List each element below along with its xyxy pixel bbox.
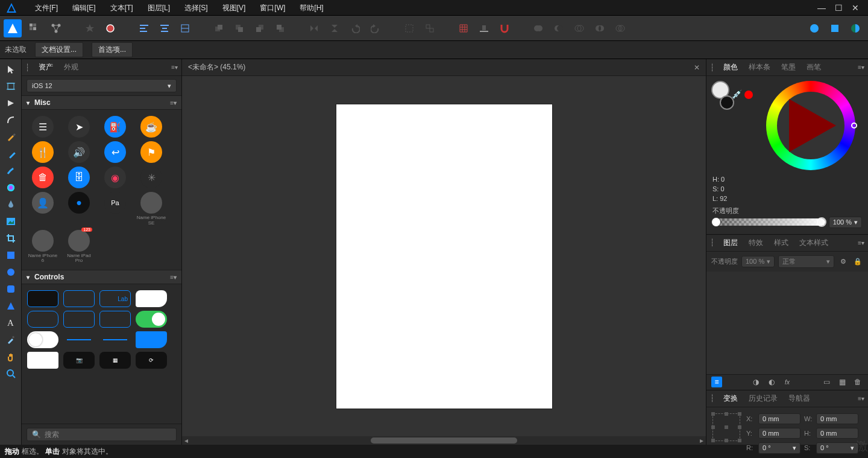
asset-device-iphone-6[interactable]: Name iPhone 6: [27, 230, 59, 264]
asset-coffee-icon[interactable]: ☕: [135, 116, 168, 138]
control-divider-1[interactable]: [63, 331, 95, 348]
zoom-tool-icon[interactable]: [2, 366, 20, 381]
arrange-front-icon[interactable]: [210, 19, 228, 37]
mask-icon[interactable]: ◑: [750, 377, 761, 387]
blend-mode-select[interactable]: 正常▾: [778, 255, 834, 268]
asset-search-input[interactable]: 🔍 搜索: [27, 428, 177, 441]
arrange-forward-icon[interactable]: [230, 19, 248, 37]
r-input[interactable]: 0 °▾: [758, 442, 800, 454]
control-round-1[interactable]: [27, 311, 59, 328]
node-tool-icon[interactable]: [2, 95, 20, 111]
snap-magnet-icon[interactable]: [495, 19, 514, 37]
add-layer-icon[interactable]: ▭: [821, 377, 832, 387]
snap-grid-icon[interactable]: [454, 19, 473, 37]
category-menu-icon[interactable]: ≡▾: [170, 274, 177, 281]
scroll-right-icon[interactable]: ▸: [697, 436, 706, 445]
add-pixel-layer-icon[interactable]: ▦: [837, 377, 848, 387]
view-mode-2-icon[interactable]: [826, 19, 844, 37]
rotate-cw-icon[interactable]: [366, 19, 385, 37]
colour-wheel[interactable]: [766, 81, 855, 170]
layers-list[interactable]: [706, 272, 868, 374]
group-icon[interactable]: [400, 19, 418, 37]
flip-v-icon[interactable]: [326, 19, 344, 37]
w-input[interactable]: 0 mm: [816, 413, 858, 424]
menu-view[interactable]: 视图[V]: [215, 0, 253, 16]
panel-menu-icon[interactable]: ≡▾: [171, 64, 178, 71]
control-round-3[interactable]: [99, 311, 131, 328]
control-blue-tag[interactable]: [135, 331, 168, 348]
eyedropper-tool-icon[interactable]: [2, 332, 20, 348]
hand-tool-icon[interactable]: [2, 349, 20, 364]
tab-effects[interactable]: 特效: [746, 235, 766, 250]
tab-history[interactable]: 历史记录: [746, 391, 780, 406]
document-tab[interactable]: <未命名> (45.1%) ✕: [182, 59, 706, 76]
asset-fingerprint-icon[interactable]: ◉: [99, 167, 131, 188]
y-input[interactable]: 0 mm: [758, 428, 800, 439]
panel-grip-icon[interactable]: ┆: [710, 63, 712, 72]
viewport[interactable]: [182, 76, 706, 436]
panel-menu-icon[interactable]: ≡▾: [858, 240, 864, 246]
crop-tool-icon[interactable]: [2, 231, 20, 246]
bool-add-icon[interactable]: [529, 19, 547, 37]
document-close-icon[interactable]: ✕: [694, 63, 700, 72]
menu-file[interactable]: 文件[F]: [28, 0, 65, 16]
opacity-input[interactable]: 100 %▾: [829, 217, 862, 228]
control-camera-icon[interactable]: 📷: [63, 352, 95, 369]
asset-avatar-icon[interactable]: 👤: [27, 192, 59, 226]
arrange-backward-icon[interactable]: [251, 19, 269, 37]
asset-list-icon[interactable]: ☰: [27, 116, 59, 138]
control-calc-icon[interactable]: ▦: [99, 352, 131, 369]
persona-designer-icon[interactable]: [4, 19, 22, 37]
tab-colour[interactable]: 颜色: [721, 60, 740, 75]
move-tool-icon[interactable]: [2, 62, 20, 77]
control-white-tag[interactable]: [135, 290, 168, 307]
pen-tool-icon[interactable]: [2, 129, 20, 145]
arrange-back-icon[interactable]: [271, 19, 289, 37]
fx-icon[interactable]: fx: [782, 377, 793, 387]
brush-tool-icon[interactable]: [2, 163, 20, 179]
colour-triangle[interactable]: [789, 99, 836, 152]
asset-apple-pay-icon[interactable]: Pa: [99, 192, 131, 226]
lock-icon[interactable]: 🔒: [852, 256, 863, 267]
view-mode-1-icon[interactable]: [805, 19, 823, 37]
transparency-tool-icon[interactable]: [2, 197, 20, 212]
panel-grip-icon[interactable]: ┆: [710, 394, 712, 402]
tool-symbol-icon[interactable]: [81, 19, 99, 37]
asset-food-icon[interactable]: 🍴: [27, 141, 59, 163]
menu-select[interactable]: 选择[S]: [177, 0, 215, 16]
control-timer-icon[interactable]: ⟳: [135, 352, 168, 369]
h-input[interactable]: 0 mm: [816, 428, 858, 439]
adjustment-icon[interactable]: ◐: [766, 377, 777, 387]
tab-layers[interactable]: 图层: [721, 235, 740, 250]
slider-end-handle[interactable]: [817, 217, 826, 227]
preferences-button[interactable]: 首选项...: [92, 42, 133, 57]
panel-grip-icon[interactable]: ┆: [25, 63, 28, 72]
control-round-2[interactable]: [63, 311, 95, 328]
asset-flag-icon[interactable]: ⚑: [135, 141, 168, 163]
align-left-icon[interactable]: [135, 19, 153, 37]
doc-setup-button[interactable]: 文档设置...: [35, 42, 83, 57]
persona-export-icon[interactable]: [47, 19, 65, 37]
tool-autotrace-icon[interactable]: [101, 19, 119, 37]
category-misc-header[interactable]: ▾ Misc ≡▾: [22, 95, 181, 110]
control-divider-2[interactable]: [99, 331, 131, 348]
bool-intersect-icon[interactable]: [570, 19, 588, 37]
asset-dot-icon[interactable]: ●: [63, 192, 95, 226]
triangle-tool-icon[interactable]: [2, 298, 20, 314]
stroke-swatch[interactable]: [720, 95, 734, 110]
opacity-slider[interactable]: [712, 218, 825, 226]
control-lab[interactable]: Lab: [99, 290, 131, 307]
asset-arrow-icon[interactable]: ➤: [63, 116, 95, 138]
recent-colour-swatch[interactable]: [744, 91, 753, 99]
menu-window[interactable]: 窗口[W]: [253, 0, 292, 16]
control-switch-off[interactable]: [27, 331, 59, 348]
category-controls-header[interactable]: ▾ Controls ≡▾: [22, 270, 181, 284]
tab-assets[interactable]: 资产: [36, 60, 55, 75]
bool-xor-icon[interactable]: [591, 19, 609, 37]
place-image-tool-icon[interactable]: [2, 214, 20, 229]
ellipse-tool-icon[interactable]: [2, 264, 20, 280]
layers-stack-icon[interactable]: ≡: [711, 377, 722, 387]
horizontal-scrollbar[interactable]: ◂ ▸: [182, 436, 706, 445]
tab-navigator[interactable]: 导航器: [786, 391, 813, 406]
snap-baseline-icon[interactable]: [475, 19, 493, 37]
